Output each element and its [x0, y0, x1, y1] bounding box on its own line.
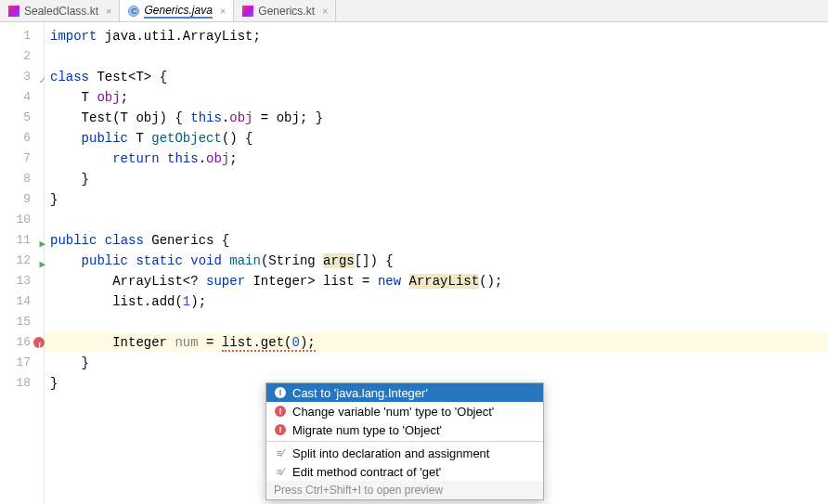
popup-item-label: Migrate num type to 'Object'	[292, 423, 442, 437]
line-number: 17	[0, 353, 44, 373]
line-number: 12▶	[0, 251, 44, 271]
intention-item-split[interactable]: ≡⁄ Split into declaration and assignment	[266, 444, 543, 462]
intention-item-change-type[interactable]: ! Change variable 'num' type to 'Object'	[266, 402, 543, 420]
tab-label: Generics.java	[144, 4, 212, 19]
kotlin-file-icon	[241, 5, 254, 18]
line-number: 10	[0, 210, 44, 230]
kotlin-file-icon	[7, 5, 20, 18]
java-class-icon: C	[127, 5, 140, 18]
line-number: 1	[0, 26, 44, 46]
intention-item-edit-contract[interactable]: ≡⁄ Edit method contract of 'get'	[266, 462, 543, 481]
line-number: 15	[0, 312, 44, 332]
intention-item-migrate[interactable]: ! Migrate num type to 'Object'	[266, 420, 543, 439]
intention-icon: ≡⁄	[274, 446, 287, 459]
tab-sealedclass[interactable]: SealedClass.kt ×	[0, 0, 120, 21]
line-number: 14	[0, 291, 44, 312]
error-icon: !	[274, 423, 287, 436]
popup-item-label: Change variable 'num' type to 'Object'	[292, 405, 494, 419]
popup-item-label: Cast to 'java.lang.Integer'	[292, 386, 428, 400]
popup-hint: Press Ctrl+Shift+I to open preview	[266, 481, 543, 499]
intention-icon: ≡⁄	[274, 465, 287, 478]
separator	[266, 441, 543, 442]
intention-popup: ! Cast to 'java.lang.Integer' ! Change v…	[265, 382, 544, 500]
close-icon[interactable]: ×	[220, 6, 226, 17]
editor-tabs: SealedClass.kt × C Generics.java × Gener…	[0, 0, 828, 22]
line-number-gutter: 1 2 3✓ 4 5 6 7 8 9 10 11▶ 12▶ 13 14 15 1…	[0, 22, 45, 504]
line-number: 6	[0, 128, 44, 149]
tab-generics-java[interactable]: C Generics.java ×	[120, 0, 234, 21]
tab-generics-kt[interactable]: Generics.kt ×	[234, 0, 336, 21]
line-number: 5	[0, 108, 44, 128]
tab-label: SealedClass.kt	[24, 5, 98, 18]
popup-item-label: Edit method contract of 'get'	[292, 465, 441, 479]
close-icon[interactable]: ×	[106, 6, 111, 17]
error-icon: !	[274, 405, 287, 418]
line-number: 7	[0, 149, 44, 169]
line-number: 2	[0, 46, 44, 67]
line-number: 9	[0, 189, 44, 210]
tab-label: Generics.kt	[258, 5, 315, 18]
popup-item-label: Split into declaration and assignment	[292, 446, 489, 460]
error-bulb-icon[interactable]	[33, 337, 45, 348]
line-number: 4	[0, 87, 44, 108]
line-number: 13	[0, 271, 44, 291]
line-number: 11▶	[0, 230, 44, 251]
line-number: 3✓	[0, 67, 44, 87]
line-number: 8	[0, 169, 44, 189]
error-icon: !	[274, 386, 287, 399]
line-number: 18	[0, 373, 44, 394]
close-icon[interactable]: ×	[322, 6, 328, 17]
line-number: 16	[0, 332, 44, 353]
intention-item-cast[interactable]: ! Cast to 'java.lang.Integer'	[266, 383, 543, 402]
